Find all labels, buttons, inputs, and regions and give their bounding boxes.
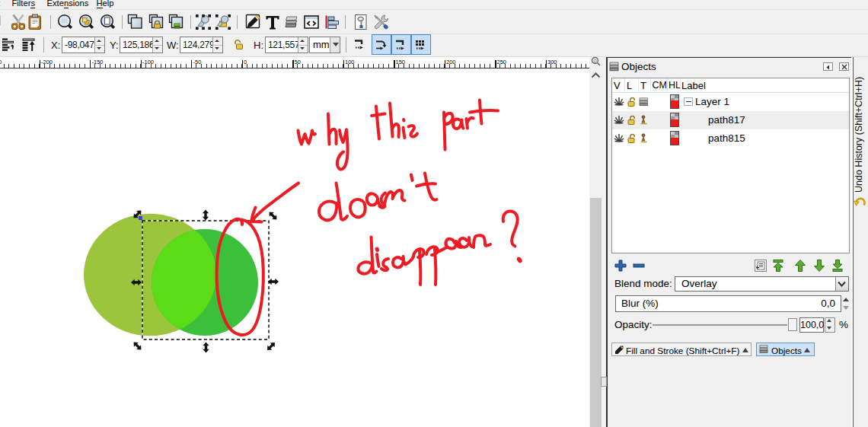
svg-text:Q: Q: [593, 59, 597, 63]
